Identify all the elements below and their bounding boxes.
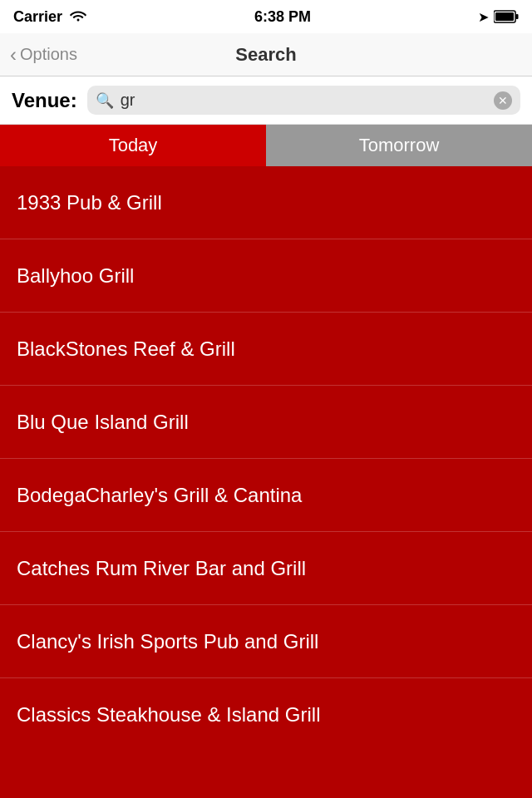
back-button[interactable]: ‹ Options <box>10 45 77 65</box>
svg-rect-2 <box>495 12 514 21</box>
venue-name: BodegaCharley's Grill & Cantina <box>17 484 302 507</box>
venue-name: 1933 Pub & Grill <box>17 191 162 214</box>
venue-label: Venue: <box>12 89 77 112</box>
venue-list-item[interactable]: Classics Steakhouse & Island Grill <box>0 678 532 751</box>
tomorrow-label: Tomorrow <box>359 135 440 156</box>
wifi-icon <box>69 8 87 26</box>
venue-list-item[interactable]: Blu Que Island Grill <box>0 386 532 459</box>
search-row: Venue: 🔍 ✕ <box>0 76 532 125</box>
venue-list: 1933 Pub & GrillBallyhoo GrillBlackStone… <box>0 166 532 798</box>
carrier-label: Carrier <box>13 8 62 26</box>
venue-list-item[interactable]: BodegaCharley's Grill & Cantina <box>0 459 532 532</box>
venue-name: Ballyhoo Grill <box>17 264 134 288</box>
status-left: Carrier <box>13 8 87 26</box>
status-bar: Carrier 6:38 PM ➤ <box>0 0 532 33</box>
venue-name: Clancy's Irish Sports Pub and Grill <box>17 630 318 653</box>
venue-search-input[interactable] <box>121 91 487 110</box>
venue-list-item[interactable]: Catches Rum River Bar and Grill <box>0 532 532 605</box>
search-clear-button[interactable]: ✕ <box>494 91 512 110</box>
location-icon: ➤ <box>478 9 489 25</box>
venue-name: Catches Rum River Bar and Grill <box>17 557 306 580</box>
search-input-wrap: 🔍 ✕ <box>87 86 520 115</box>
svg-rect-1 <box>515 14 518 19</box>
today-segment-button[interactable]: Today <box>0 125 266 166</box>
venue-list-item[interactable]: Clancy's Irish Sports Pub and Grill <box>0 605 532 678</box>
nav-bar: ‹ Options Search <box>0 33 532 76</box>
venue-name: Classics Steakhouse & Island Grill <box>17 703 320 727</box>
venue-list-item[interactable]: 1933 Pub & Grill <box>0 166 532 239</box>
nav-title: Search <box>235 44 296 66</box>
back-label: Options <box>20 45 77 64</box>
tomorrow-segment-button[interactable]: Tomorrow <box>266 125 532 166</box>
battery-icon <box>494 10 519 23</box>
venue-name: BlackStones Reef & Grill <box>17 337 235 361</box>
status-right: ➤ <box>478 9 519 25</box>
search-icon: 🔍 <box>96 91 114 110</box>
venue-list-item[interactable]: BlackStones Reef & Grill <box>0 313 532 386</box>
segment-control: Today Tomorrow <box>0 125 532 166</box>
status-time: 6:38 PM <box>254 8 311 26</box>
venue-list-item[interactable]: Ballyhoo Grill <box>0 239 532 313</box>
venue-name: Blu Que Island Grill <box>17 411 189 434</box>
back-chevron-icon: ‹ <box>10 45 17 65</box>
today-label: Today <box>109 135 158 156</box>
